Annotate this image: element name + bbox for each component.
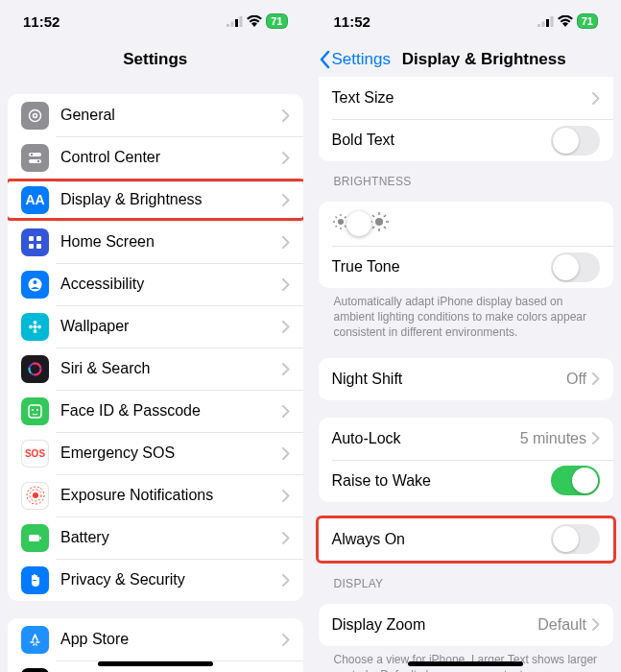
svg-point-16 (34, 324, 37, 328)
text-size-row[interactable]: Text Size (319, 77, 614, 119)
settings-row-sos[interactable]: SOS Emergency SOS (8, 432, 303, 474)
chevron-right-icon (282, 405, 290, 418)
svg-line-45 (335, 217, 337, 219)
settings-list[interactable]: General Control Center AA Display & Brig… (0, 77, 311, 672)
page-title: Settings (123, 50, 187, 69)
auto-lock-row[interactable]: Auto-Lock 5 minutes (319, 418, 614, 460)
always-on-row[interactable]: Always On (319, 518, 614, 561)
svg-point-25 (32, 409, 34, 411)
svg-rect-3 (240, 16, 243, 27)
chevron-right-icon (282, 447, 290, 460)
row-label: Privacy & Security (60, 571, 282, 588)
settings-row-battery[interactable]: Battery (8, 516, 303, 559)
settings-row-grid[interactable]: Home Screen (8, 221, 303, 263)
bold-text-toggle[interactable] (551, 126, 600, 156)
chevron-right-icon (282, 634, 290, 646)
row-label: Face ID & Passcode (60, 402, 282, 420)
display-brightness-screen: 11:52 71 Settings Display & Brightness T… (311, 0, 622, 672)
svg-point-9 (37, 159, 40, 162)
cellular-signal-icon (227, 16, 243, 27)
row-label: General (60, 107, 282, 124)
always-on-toggle[interactable] (551, 524, 600, 554)
grid-icon (21, 228, 49, 256)
true-tone-toggle[interactable] (551, 252, 600, 282)
svg-line-48 (345, 217, 346, 219)
appstore-icon (21, 626, 49, 654)
bold-text-row[interactable]: Bold Text (319, 119, 614, 161)
settings-row-aa[interactable]: AA Display & Brightness (8, 179, 303, 221)
chevron-right-icon (282, 574, 290, 587)
siri-icon (21, 355, 49, 383)
settings-row-flower[interactable]: Wallpaper (8, 305, 303, 348)
svg-rect-1 (231, 21, 234, 27)
page-title: Display & Brightness (366, 50, 566, 69)
row-label: Emergency SOS (60, 444, 282, 462)
svg-point-27 (33, 492, 38, 498)
svg-rect-38 (546, 19, 549, 27)
svg-rect-11 (36, 236, 41, 241)
svg-point-20 (37, 324, 41, 328)
status-bar: 11:52 71 (311, 0, 622, 42)
raise-to-wake-toggle[interactable] (551, 466, 600, 495)
display-zoom-row[interactable]: Display Zoom Default (319, 604, 614, 646)
row-label: Wallpaper (60, 318, 282, 335)
exposure-icon (21, 482, 49, 510)
row-label: Battery (60, 529, 282, 546)
settings-row-hand[interactable]: Privacy & Security (8, 559, 303, 601)
raise-to-wake-row[interactable]: Raise to Wake (319, 460, 614, 502)
row-label: Auto-Lock (332, 430, 520, 447)
settings-row-person[interactable]: Accessibility (8, 263, 303, 305)
svg-rect-13 (36, 244, 41, 249)
nav-bar: Settings Display & Brightness (311, 42, 622, 77)
svg-rect-39 (550, 16, 553, 27)
row-label: Display Zoom (332, 616, 538, 634)
settings-row-exposure[interactable]: Exposure Notifications (8, 474, 303, 516)
chevron-right-icon (592, 92, 600, 105)
wifi-icon (558, 15, 573, 27)
true-tone-row[interactable]: True Tone (319, 246, 614, 288)
svg-rect-30 (29, 535, 39, 541)
settings-row-gear[interactable]: General (8, 94, 303, 136)
home-indicator[interactable] (98, 661, 213, 666)
chevron-right-icon (282, 363, 290, 375)
wifi-icon (247, 15, 262, 27)
svg-rect-0 (227, 24, 229, 27)
night-shift-row[interactable]: Night Shift Off (319, 358, 614, 400)
flower-icon (21, 313, 49, 341)
brightness-header: BRIGHTNESS (319, 161, 614, 192)
settings-row-face[interactable]: Face ID & Passcode (8, 390, 303, 432)
chevron-right-icon (282, 532, 290, 544)
sos-icon: SOS (21, 440, 49, 468)
svg-line-47 (335, 226, 337, 228)
row-label: Bold Text (332, 132, 552, 149)
home-indicator[interactable] (408, 661, 523, 666)
row-label: Exposure Notifications (60, 487, 282, 504)
settings-row-switches[interactable]: Control Center (8, 136, 303, 179)
back-button[interactable]: Settings (319, 50, 391, 69)
switches-icon (21, 144, 49, 172)
settings-root-screen: 11:52 71 Settings General Control Center… (0, 0, 311, 672)
chevron-right-icon (282, 152, 290, 164)
display-settings-list[interactable]: Text Size Bold Text BRIGHTNESS (311, 77, 622, 672)
status-time: 11:52 (334, 13, 370, 30)
true-tone-footer: Automatically adapt iPhone display based… (319, 288, 614, 341)
row-label: Home Screen (60, 233, 282, 251)
status-time: 11:52 (23, 13, 60, 30)
settings-row-siri[interactable]: Siri & Search (8, 348, 303, 390)
wallet-icon (21, 668, 49, 673)
battery-icon (21, 524, 49, 552)
svg-point-5 (34, 113, 37, 117)
svg-rect-12 (29, 244, 34, 249)
chevron-right-icon (282, 278, 290, 291)
brightness-slider-row[interactable] (319, 202, 614, 246)
display-zoom-footer: Choose a view for iPhone. Larger Text sh… (319, 646, 614, 672)
battery-indicator: 71 (577, 13, 598, 29)
svg-point-4 (30, 109, 41, 121)
battery-indicator: 71 (266, 13, 287, 29)
svg-rect-37 (541, 21, 544, 27)
hand-icon (21, 566, 49, 594)
settings-row-appstore[interactable]: App Store (8, 618, 303, 660)
chevron-right-icon (282, 490, 290, 502)
status-bar: 11:52 71 (0, 0, 311, 42)
row-label: App Store (60, 631, 282, 648)
